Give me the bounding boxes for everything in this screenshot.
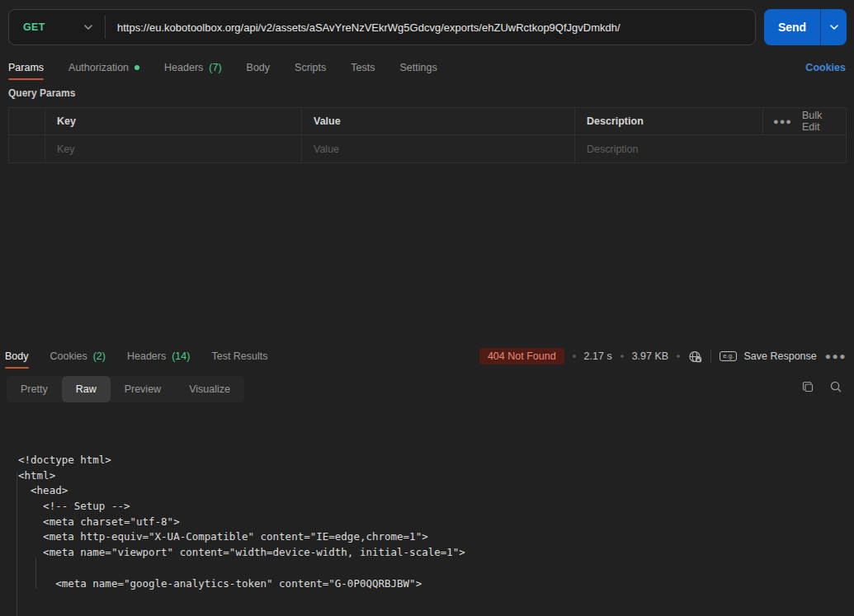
tab-label: Cookies — [50, 350, 87, 362]
response-meta: 404 Not Found 2.17 s 3.97 KB e.g. Save — [479, 348, 847, 364]
tab-tests[interactable]: Tests — [351, 62, 375, 73]
code-line: <meta http-equiv="X-UA-Compatible" conte… — [18, 529, 854, 545]
code-line: <head> — [18, 483, 854, 499]
separator-dot — [620, 355, 624, 358]
column-header-description: Description — [575, 108, 763, 134]
row-checkbox-cell — [9, 135, 45, 162]
response-toolbar-icons — [801, 380, 842, 393]
tab-label: Params — [8, 62, 44, 73]
code-line: <html> — [18, 468, 854, 484]
tab-label: Test Results — [211, 350, 267, 362]
request-url-row: GET https://eu.kobotoolbox.org/api/v2/as… — [8, 9, 847, 45]
save-response-label: Save Response — [743, 350, 816, 362]
view-tab-visualize[interactable]: Visualize — [175, 376, 244, 402]
code-line: <meta name="google-analytics-token" cont… — [18, 576, 854, 592]
view-tab-raw[interactable]: Raw — [62, 376, 111, 402]
key-input[interactable]: Key — [45, 135, 302, 162]
chevron-down-icon — [830, 25, 838, 30]
status-badge: 404 Not Found — [479, 348, 564, 364]
code-line: <meta name="viewport" content="width=dev… — [18, 545, 854, 561]
view-tab-preview[interactable]: Preview — [111, 376, 175, 402]
method-select[interactable]: GET — [9, 10, 105, 45]
tab-count: (14) — [172, 350, 190, 362]
response-time: 2.17 s — [584, 350, 612, 362]
tab-label: Body — [5, 350, 29, 362]
separator-dot — [677, 355, 680, 358]
cookies-link[interactable]: Cookies — [805, 62, 846, 73]
tab-response-headers[interactable]: Headers(14) — [127, 350, 190, 362]
bulk-edit-button[interactable]: Bulk Edit — [802, 110, 836, 133]
method-label: GET — [23, 21, 45, 33]
tab-label: Tests — [351, 62, 375, 73]
more-options-icon[interactable]: ●●● — [825, 350, 847, 362]
code-line: <!-- Setup --> — [18, 499, 854, 515]
send-options-button[interactable] — [821, 9, 847, 45]
value-input[interactable]: Value — [302, 135, 575, 162]
divider — [710, 350, 711, 363]
auth-status-dot-icon — [134, 65, 139, 70]
tab-body[interactable]: Body — [247, 62, 271, 73]
save-response-button[interactable]: e.g. Save Response — [720, 350, 817, 362]
tab-label: Headers — [164, 62, 203, 73]
tab-response-cookies[interactable]: Cookies(2) — [50, 350, 106, 362]
send-button-group: Send — [764, 9, 847, 45]
url-input[interactable]: https://eu.kobotoolbox.org/api/v2/assets… — [106, 21, 755, 34]
tab-scripts[interactable]: Scripts — [295, 62, 326, 73]
more-options-icon[interactable]: ●●● — [773, 116, 792, 126]
separator-dot — [573, 355, 576, 358]
bulk-edit-cell: ●●● Bulk Edit — [763, 108, 846, 134]
app-window: GET https://eu.kobotoolbox.org/api/v2/as… — [0, 0, 854, 616]
table-row: Key Value Description — [9, 135, 846, 162]
response-body-raw: <!doctype html> <html> <head> <!-- Setup… — [0, 448, 854, 616]
view-tab-pretty[interactable]: Pretty — [7, 376, 62, 402]
response-tabs: Body Cookies(2) Headers(14) Test Results — [5, 350, 268, 362]
code-line: <!doctype html> — [18, 453, 854, 468]
network-globe-lock-icon[interactable] — [688, 350, 702, 364]
send-button[interactable]: Send — [764, 9, 820, 45]
tab-headers[interactable]: Headers(7) — [164, 62, 222, 73]
url-bar: GET https://eu.kobotoolbox.org/api/v2/as… — [8, 9, 756, 45]
tab-label: Settings — [399, 62, 436, 73]
checkbox-column-header — [9, 108, 45, 134]
code-line — [18, 561, 854, 576]
query-params-table: Key Value Description ●●● Bulk Edit Key … — [8, 107, 847, 163]
column-header-key: Key — [45, 108, 302, 134]
tab-authorization[interactable]: Authorization — [68, 62, 139, 73]
tab-label: Body — [247, 62, 271, 73]
search-icon[interactable] — [829, 380, 842, 393]
tab-test-results[interactable]: Test Results — [211, 350, 267, 362]
tab-settings[interactable]: Settings — [399, 62, 436, 73]
tab-label: Authorization — [68, 62, 129, 73]
tab-count: (7) — [209, 62, 221, 73]
chevron-down-icon — [84, 25, 92, 30]
query-params-title: Query Params — [8, 87, 75, 99]
response-view-tabs: Pretty Raw Preview Visualize — [7, 376, 244, 402]
request-tabs: Params Authorization Headers(7) Body Scr… — [8, 58, 846, 78]
tab-label: Scripts — [295, 62, 326, 73]
column-header-value: Value — [302, 108, 575, 134]
save-as-example-icon: e.g. — [720, 351, 737, 361]
copy-icon[interactable] — [801, 380, 814, 393]
code-line: <meta charset="utf-8"> — [18, 515, 854, 530]
response-size: 3.97 KB — [632, 350, 668, 362]
tab-count: (2) — [93, 350, 106, 362]
tab-params[interactable]: Params — [8, 62, 44, 73]
tab-response-body[interactable]: Body — [5, 350, 29, 362]
tab-label: Headers — [127, 350, 166, 362]
table-header-row: Key Value Description ●●● Bulk Edit — [9, 108, 846, 135]
response-header: Body Cookies(2) Headers(14) Test Results… — [5, 344, 847, 369]
description-input[interactable]: Description — [575, 135, 846, 162]
